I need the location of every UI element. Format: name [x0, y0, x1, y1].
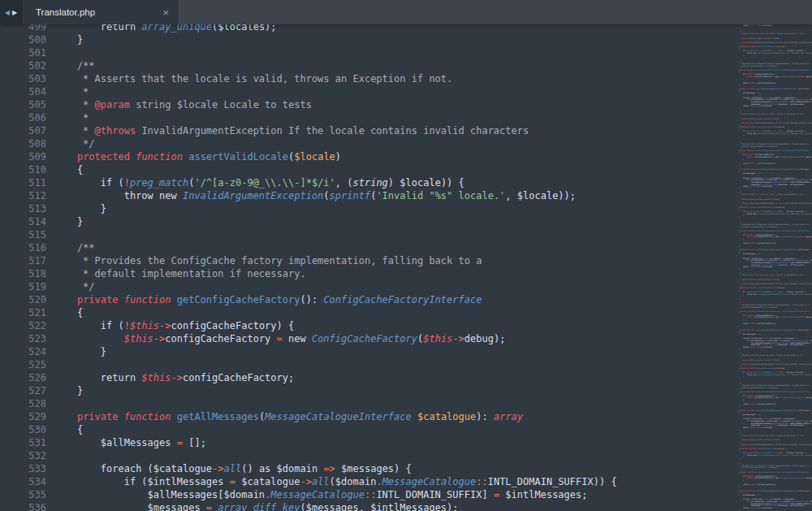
minimap-line: * @throws InvalidArgumentException If th… [735, 363, 812, 366]
minimap-line: * @throws InvalidArgumentException If th… [735, 41, 812, 44]
code-line[interactable]: 504 * [0, 85, 731, 98]
code-line[interactable]: 528 [0, 397, 731, 410]
minimap-content: return array_unique($locales); } /** * A… [731, 24, 812, 511]
code-text: * @param string $locale Locale to tests [46, 98, 312, 111]
minimap-line: throw new InvalidArgumentException(sprin… [735, 52, 812, 54]
minimap-line: * Asserts that the locale is valid, thro… [735, 193, 812, 196]
line-number: 531 [0, 436, 46, 449]
minimap-line: $this->configCacheFactory = new ConfigCa… [735, 477, 812, 479]
code-line[interactable]: 519 */ [0, 280, 731, 293]
editor-pane[interactable]: 499 return array_unique($locales);500 }5… [0, 24, 731, 511]
code-line[interactable]: 530 { [0, 423, 731, 436]
minimap-line: $this->configCacheFactory = new ConfigCa… [735, 75, 812, 77]
line-number: 530 [0, 423, 46, 436]
code-text: * Provides the ConfigCache factory imple… [46, 254, 482, 267]
code-text [46, 358, 54, 371]
code-text: * [46, 85, 89, 98]
code-line[interactable]: 511 if (!preg_match('/^[a-z0-9@_\\.\\-]*… [0, 176, 731, 189]
code-line[interactable]: 533 foreach ($catalogue->all() as $domai… [0, 462, 731, 475]
code-line[interactable]: 524 } [0, 345, 731, 358]
code-line[interactable]: 516 /** [0, 241, 731, 254]
line-number: 522 [0, 319, 46, 332]
code-line[interactable]: 521 { [0, 306, 731, 319]
tab-translator-php[interactable]: Translator.php × [22, 0, 178, 24]
code-line[interactable]: 503 * Asserts that the locale is valid, … [0, 72, 731, 85]
code-line[interactable]: 512 throw new InvalidArgumentException(s… [0, 189, 731, 202]
line-number: 507 [0, 124, 46, 137]
code-line[interactable]: 508 */ [0, 137, 731, 150]
code-lines: 499 return array_unique($locales);500 }5… [0, 24, 731, 511]
code-text: return array_unique($locales); [46, 24, 277, 33]
minimap-line: private function getConfigCacheFactory()… [735, 149, 812, 152]
line-number: 503 [0, 72, 46, 85]
line-number: 511 [0, 176, 46, 189]
code-line[interactable]: 507 * @throws InvalidArgumentException I… [0, 124, 731, 137]
code-line[interactable]: 527 } [0, 384, 731, 397]
code-text: return $this->configCacheFactory; [46, 371, 294, 384]
code-line[interactable]: 515 [0, 228, 731, 241]
code-line[interactable]: 525 [0, 358, 731, 371]
code-line[interactable]: 536 $messages = array_diff_key($messages… [0, 501, 731, 511]
line-number: 501 [0, 46, 46, 59]
code-line[interactable]: 509 protected function assertValidLocale… [0, 150, 731, 163]
code-line[interactable]: 523 $this->configCacheFactory = new Conf… [0, 332, 731, 345]
code-text: protected function assertValidLocale($lo… [46, 150, 341, 163]
code-line[interactable]: 510 { [0, 163, 731, 176]
code-text: } [46, 33, 83, 46]
code-line[interactable]: 514 } [0, 215, 731, 228]
code-text: private function getConfigCacheFactory()… [46, 293, 482, 306]
nav-forward-icon[interactable]: ▶ [12, 9, 17, 16]
tab-nav-controls: ◀ ▶ [0, 0, 22, 24]
code-line[interactable]: 505 * @param string $locale Locale to te… [0, 98, 731, 111]
line-number: 516 [0, 241, 46, 254]
line-number: 514 [0, 215, 46, 228]
code-line[interactable]: 499 return array_unique($locales); [0, 24, 731, 33]
nav-back-icon[interactable]: ◀ [5, 9, 10, 16]
line-number: 535 [0, 488, 46, 501]
tab-close-icon[interactable]: × [162, 7, 169, 18]
line-number: 527 [0, 384, 46, 397]
code-line[interactable]: 513 } [0, 202, 731, 215]
code-text: if ($intlMessages = $catalogue->all($dom… [46, 475, 617, 488]
line-number: 499 [0, 24, 46, 33]
line-number: 526 [0, 371, 46, 384]
code-line[interactable]: 522 if (!$this->configCacheFactory) { [0, 319, 731, 332]
code-line[interactable]: 526 return $this->configCacheFactory; [0, 371, 731, 384]
code-text: { [46, 163, 83, 176]
minimap-line: private function getAllMessages(MessageC… [735, 88, 812, 90]
code-line[interactable]: 501 [0, 46, 731, 59]
minimap-line: private function getAllMessages(MessageC… [735, 409, 812, 412]
code-line[interactable]: 534 if ($intlMessages = $catalogue->all(… [0, 475, 731, 488]
code-text [46, 46, 54, 59]
minimap[interactable]: return array_unique($locales); } /** * A… [731, 24, 812, 511]
minimap-line: * Asserts that the locale is valid, thro… [735, 274, 812, 276]
code-text: } [46, 384, 83, 397]
line-number: 515 [0, 228, 46, 241]
code-line[interactable]: 531 $allMessages = []; [0, 436, 731, 449]
minimap-line: $this->configCacheFactory = new ConfigCa… [735, 236, 812, 238]
code-line[interactable]: 500 } [0, 33, 731, 46]
minimap-line: private function getConfigCacheFactory()… [735, 470, 812, 473]
code-text: /** [46, 241, 95, 254]
code-line[interactable]: 502 /** [0, 59, 731, 72]
line-number: 524 [0, 345, 46, 358]
minimap-line: * Asserts that the locale is valid, thro… [735, 435, 812, 437]
minimap-line: $this->configCacheFactory = new ConfigCa… [735, 396, 812, 399]
minimap-line: throw new InvalidArgumentException(sprin… [735, 454, 812, 457]
code-text [46, 449, 54, 462]
minimap-line: * Asserts that the locale is valid, thro… [735, 113, 812, 115]
minimap-line: private function getConfigCacheFactory()… [735, 310, 812, 313]
code-line[interactable]: 532 [0, 449, 731, 462]
line-number: 533 [0, 462, 46, 475]
line-number: 528 [0, 397, 46, 410]
code-line[interactable]: 529 private function getAllMessages(Mess… [0, 410, 731, 423]
minimap-line: private function getAllMessages(MessageC… [735, 329, 812, 331]
code-line[interactable]: 517 * Provides the ConfigCache factory i… [0, 254, 731, 267]
minimap-line: private function getAllMessages(MessageC… [735, 249, 812, 251]
code-line[interactable]: 535 $allMessages[$domain.MessageCatalogu… [0, 488, 731, 501]
code-line[interactable]: 506 * [0, 111, 731, 124]
code-line[interactable]: 518 * default implementation if necessar… [0, 267, 731, 280]
minimap-line: private function getAllMessages(MessageC… [735, 490, 812, 492]
minimap-line: * @throws InvalidArgumentException If th… [735, 122, 812, 124]
code-line[interactable]: 520 private function getConfigCacheFacto… [0, 293, 731, 306]
